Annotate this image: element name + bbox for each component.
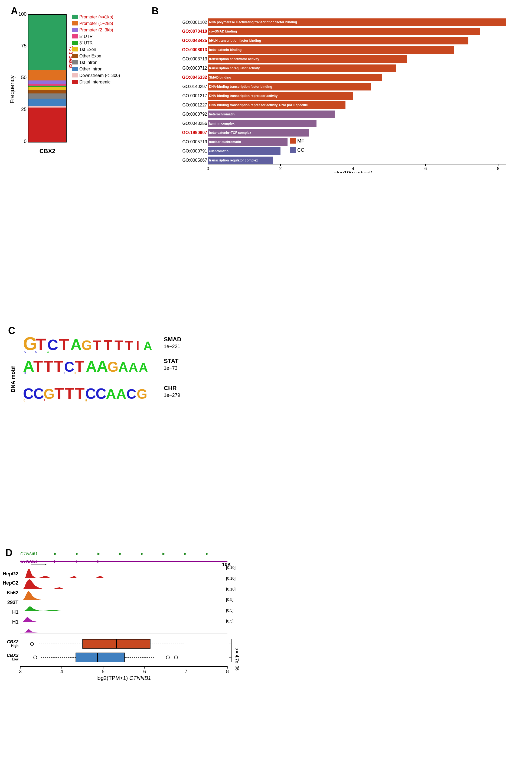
svg-text:GO:0001102: GO:0001102 bbox=[182, 20, 207, 25]
svg-text:0: 0 bbox=[24, 139, 27, 144]
svg-text:euchromatin: euchromatin bbox=[209, 149, 229, 153]
svg-text:3' UTR: 3' UTR bbox=[79, 40, 93, 45]
svg-rect-21 bbox=[29, 15, 66, 70]
svg-rect-28 bbox=[72, 34, 78, 38]
svg-text:transcription regulator comple: transcription regulator complex bbox=[209, 158, 258, 162]
svg-rect-42 bbox=[72, 80, 78, 84]
svg-text:Distal Intergenic: Distal Intergenic bbox=[79, 80, 110, 84]
svg-text:Other Exon: Other Exon bbox=[79, 54, 101, 58]
svg-rect-18 bbox=[29, 84, 66, 86]
svg-text:heterochromatin: heterochromatin bbox=[209, 113, 235, 116]
svg-text:DNA-binding transcription repr: DNA-binding transcription repressor acti… bbox=[209, 94, 278, 98]
svg-rect-14 bbox=[29, 94, 66, 99]
svg-rect-86 bbox=[290, 138, 296, 144]
svg-point-205 bbox=[30, 642, 33, 646]
svg-rect-16 bbox=[29, 87, 66, 90]
svg-text:GO:0001217: GO:0001217 bbox=[182, 94, 207, 98]
svg-text:Promoter (2−3kb): Promoter (2−3kb) bbox=[79, 28, 113, 32]
svg-text:Promoter (<=1kb): Promoter (<=1kb) bbox=[79, 15, 113, 19]
svg-rect-38 bbox=[72, 67, 78, 71]
svg-text:DNA-binding transcription fact: DNA-binding transcription factor binding bbox=[209, 85, 272, 89]
y-axis-label: Frequency bbox=[9, 75, 16, 104]
svg-text:DNA-binding transcription repr: DNA-binding transcription repressor acti… bbox=[209, 103, 308, 107]
svg-text:0: 0 bbox=[207, 166, 209, 171]
svg-text:1st Exon: 1st Exon bbox=[79, 47, 96, 52]
panel-b: B GO:0001102 RNA polymerase II activatin… bbox=[149, 5, 522, 168]
legend: Promoter (<=1kb) Promoter (1−2kb) Promot… bbox=[72, 15, 120, 84]
svg-point-212 bbox=[33, 656, 37, 659]
svg-text:GO:0003712: GO:0003712 bbox=[182, 66, 207, 70]
svg-text:beta−catenin binding: beta−catenin binding bbox=[209, 48, 241, 52]
svg-point-213 bbox=[166, 656, 169, 659]
panel-e: E CEP55 10K HepG2 [0,5] HepG2 [0,5] bbox=[273, 273, 531, 480]
svg-rect-26 bbox=[72, 28, 78, 32]
svg-text:transcription coactivator acti: transcription coactivator activity bbox=[209, 57, 259, 61]
svg-text:1st Intron: 1st Intron bbox=[79, 60, 98, 65]
svg-text:8: 8 bbox=[226, 669, 229, 674]
svg-text:5' UTR: 5' UTR bbox=[79, 34, 93, 39]
panel-f: F mRNAsi score 0 0.25 0.50 0.75 1.00 bbox=[0, 493, 168, 634]
panel-a: A Frequency 0 25 50 75 100 bbox=[8, 5, 122, 157]
svg-text:5: 5 bbox=[102, 669, 104, 674]
svg-rect-24 bbox=[72, 21, 78, 26]
svg-text:p = 4.7e−06: p = 4.7e−06 bbox=[235, 648, 239, 671]
svg-rect-36 bbox=[72, 60, 78, 64]
svg-rect-34 bbox=[72, 54, 78, 58]
svg-text:CBX2: CBX2 bbox=[7, 640, 19, 644]
svg-rect-32 bbox=[72, 47, 78, 51]
svg-text:GO:0043425: GO:0043425 bbox=[182, 38, 207, 43]
svg-text:Promoter (1−2kb): Promoter (1−2kb) bbox=[79, 21, 113, 26]
svg-text:GO:0001227: GO:0001227 bbox=[182, 103, 207, 107]
svg-text:−log10(p.adjust): −log10(p.adjust) bbox=[334, 170, 372, 173]
svg-text:8: 8 bbox=[497, 166, 499, 171]
svg-text:GO:0003713: GO:0003713 bbox=[182, 57, 207, 61]
panel-h: H Survival probability 0.00 0.25 0.50 0.… bbox=[360, 493, 528, 634]
svg-text:GO:0005667: GO:0005667 bbox=[182, 158, 207, 163]
svg-rect-209 bbox=[76, 653, 124, 662]
svg-text:GO:0046332: GO:0046332 bbox=[182, 75, 207, 80]
svg-rect-48 bbox=[208, 28, 480, 35]
svg-rect-11 bbox=[29, 108, 66, 142]
svg-text:3: 3 bbox=[19, 669, 22, 674]
svg-point-214 bbox=[174, 656, 177, 659]
svg-rect-91 bbox=[290, 147, 296, 153]
svg-text:6: 6 bbox=[143, 669, 146, 674]
svg-text:nuclear euchromatin: nuclear euchromatin bbox=[209, 140, 241, 144]
svg-text:6: 6 bbox=[425, 166, 427, 171]
svg-text:Downstream (<=300): Downstream (<=300) bbox=[79, 73, 120, 78]
svg-text:CC: CC bbox=[297, 147, 304, 153]
svg-text:GO:1990907: GO:1990907 bbox=[182, 130, 207, 135]
x-axis-label: CBX2 bbox=[39, 148, 55, 154]
panel-c: C DNA motif G T C T A G T T T bbox=[0, 163, 189, 266]
svg-text:GO:0070410: GO:0070410 bbox=[182, 29, 207, 34]
svg-text:GO:0140297: GO:0140297 bbox=[182, 84, 207, 89]
svg-text:4: 4 bbox=[60, 669, 63, 674]
panel-g: G mRNAsi score 0 0.25 0.50 0.75 1.00 bbox=[176, 493, 344, 634]
svg-text:transcription coregulator acti: transcription coregulator activity bbox=[209, 66, 260, 70]
panel-d: D CTNNB1 CTNNB1 10K HepG2 [0,10] bbox=[0, 273, 257, 480]
svg-rect-63 bbox=[208, 74, 382, 81]
svg-text:RNA polymerase II activating t: RNA polymerase II activating transcripti… bbox=[209, 20, 297, 24]
svg-text:2: 2 bbox=[279, 166, 282, 171]
svg-text:CBX2: CBX2 bbox=[7, 653, 19, 658]
svg-text:75: 75 bbox=[21, 43, 27, 48]
svg-rect-17 bbox=[29, 86, 66, 87]
svg-text:Low: Low bbox=[12, 657, 19, 661]
svg-rect-13 bbox=[29, 99, 66, 106]
svg-text:bHLH transcription factor bind: bHLH transcription factor binding bbox=[209, 39, 261, 42]
svg-rect-30 bbox=[72, 40, 78, 45]
svg-text:7: 7 bbox=[185, 669, 187, 674]
svg-text:GO:0008013: GO:0008013 bbox=[182, 47, 207, 52]
svg-rect-22 bbox=[72, 15, 78, 19]
svg-text:GO:0000792: GO:0000792 bbox=[182, 112, 207, 116]
svg-text:Other Intron: Other Intron bbox=[79, 67, 102, 71]
svg-rect-12 bbox=[29, 106, 66, 108]
svg-text:100: 100 bbox=[19, 11, 27, 17]
svg-rect-20 bbox=[29, 70, 66, 80]
svg-text:GO:0005719: GO:0005719 bbox=[182, 139, 207, 144]
svg-text:log2(TPM+1) CTNNB1: log2(TPM+1) CTNNB1 bbox=[97, 675, 151, 681]
svg-rect-19 bbox=[29, 80, 66, 84]
svg-text:SMAD binding: SMAD binding bbox=[209, 76, 231, 79]
svg-text:High: High bbox=[11, 644, 19, 648]
svg-text:laminin complex: laminin complex bbox=[209, 121, 234, 125]
